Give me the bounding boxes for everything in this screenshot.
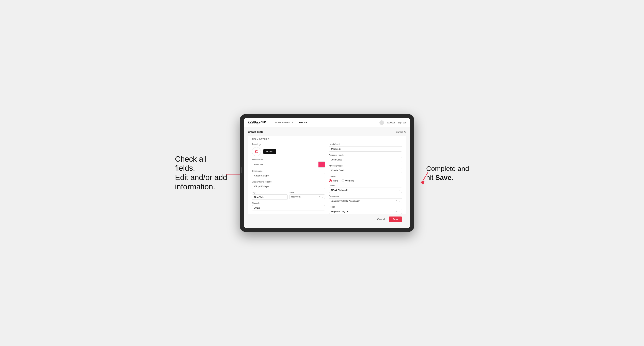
athletic-director-input[interactable] — [329, 168, 402, 173]
division-field: Division NCAA Division III — [329, 184, 402, 193]
annotation-save-bold: Save — [435, 173, 451, 181]
modal-area: Create Team Cancel ✕ TEAM DETAILS Team l… — [244, 127, 410, 228]
team-name-input[interactable] — [252, 173, 325, 178]
conference-value: University Athletic Association — [331, 200, 396, 202]
svg-line-2 — [422, 172, 428, 182]
assistant-coach-field: Assistant Coach — [329, 154, 402, 162]
state-select-wrapper: New York ✕ ⌄ — [289, 194, 325, 199]
region-chevron-icon: ⌄ — [398, 210, 400, 212]
form-section: TEAM DETAILS Team logo C — [248, 136, 406, 214]
team-name-label: Team name — [252, 170, 325, 172]
radio-mens-dot — [329, 179, 332, 182]
display-name-input[interactable] — [252, 184, 325, 189]
tablet-screen: SCOREBOARD Powered by clippd TOURNAMENTS… — [244, 118, 410, 228]
tablet-frame: SCOREBOARD Powered by clippd TOURNAMENTS… — [240, 114, 414, 232]
head-coach-field: Head Coach — [329, 143, 402, 152]
form-left-col: Team logo C Upload Team colo — [252, 143, 325, 214]
cancel-label: Cancel — [396, 131, 403, 133]
nav-tournaments[interactable]: TOURNAMENTS — [272, 118, 296, 127]
annotation-right-line1: Complete and — [426, 165, 469, 173]
team-logo-field: Team logo C Upload — [252, 143, 325, 156]
team-name-field: Team name — [252, 170, 325, 178]
modal-cancel-top[interactable]: Cancel ✕ — [396, 130, 406, 133]
nav-user-area: Test User | Sign out — [380, 120, 406, 125]
division-label: Division — [329, 184, 402, 187]
avatar — [380, 120, 384, 125]
logo-letter: C — [255, 149, 258, 154]
region-select-wrapper: Region II - (M) DIII ✕ ⌄ — [329, 209, 402, 214]
conference-clear-icon[interactable]: ✕ — [396, 199, 397, 202]
sign-out-link[interactable]: Sign out — [398, 121, 406, 124]
state-clear-icon[interactable]: ✕ — [319, 195, 321, 198]
display-name-field: Display name (unique) — [252, 181, 325, 189]
color-swatch[interactable] — [318, 162, 325, 168]
annotation-left: Check all fields. Edit and/or add inform… — [175, 155, 228, 191]
annotation-line1: Check all fields. — [175, 155, 207, 173]
display-name-label: Display name (unique) — [252, 181, 325, 183]
team-colour-label: Team colour — [252, 159, 325, 161]
nav-links: TOURNAMENTS TEAMS — [272, 118, 380, 127]
city-input[interactable] — [252, 194, 288, 200]
region-label: Region — [329, 206, 402, 208]
user-name: Test User | — [386, 121, 396, 124]
gender-label: Gender — [329, 175, 402, 178]
division-select[interactable]: NCAA Division III — [329, 187, 402, 193]
state-label: State — [289, 191, 325, 194]
conference-label: Conference — [329, 195, 402, 197]
state-field: State New York ✕ ⌄ — [289, 191, 325, 200]
city-label: City — [252, 191, 288, 194]
region-field: Region Region II - (M) DIII ✕ ⌄ — [329, 206, 402, 214]
assistant-coach-input[interactable] — [329, 157, 402, 162]
conference-chevron-icon: ⌄ — [398, 200, 400, 202]
gender-womens-label: Womens — [346, 179, 354, 182]
conference-select-wrapper: University Athletic Association ✕ ⌄ — [329, 198, 402, 203]
section-header: TEAM DETAILS — [252, 138, 402, 141]
team-colour-field: Team colour — [252, 159, 325, 168]
logo-title: SCOREBOARD — [248, 121, 266, 123]
upload-button[interactable]: Upload — [263, 149, 276, 154]
zip-input[interactable] — [252, 205, 325, 210]
cancel-button[interactable]: Cancel — [375, 216, 387, 222]
svg-marker-3 — [420, 181, 424, 185]
annotation-line3: information. — [175, 182, 215, 191]
radio-womens-dot — [342, 179, 344, 182]
region-clear-icon[interactable]: ✕ — [396, 210, 397, 213]
save-button[interactable]: Save — [389, 216, 402, 222]
annotation-right: Complete and hit Save. — [426, 164, 469, 182]
head-coach-input[interactable] — [329, 146, 402, 152]
color-text-input[interactable] — [252, 162, 318, 167]
region-value: Region II - (M) DIII — [331, 210, 396, 213]
athletic-director-label: Athletic Director — [329, 165, 402, 167]
state-select[interactable]: New York — [291, 195, 319, 199]
division-select-wrapper: NCAA Division III — [329, 187, 402, 193]
nav-bar: SCOREBOARD Powered by clippd TOURNAMENTS… — [244, 118, 410, 127]
modal-title: Create Team — [248, 130, 264, 133]
tablet-side-button — [242, 167, 242, 173]
zip-label: Zip code — [252, 202, 325, 204]
city-state-field: City State New York — [252, 191, 325, 200]
gender-mens-label: Mens — [333, 179, 338, 182]
color-input-row — [252, 162, 325, 168]
gender-womens-option[interactable]: Womens — [342, 179, 354, 182]
city-field: City — [252, 191, 288, 200]
form-grid: Team logo C Upload Team colo — [252, 143, 402, 214]
head-coach-label: Head Coach — [329, 143, 402, 146]
conference-field: Conference University Athletic Associati… — [329, 195, 402, 203]
athletic-director-field: Athletic Director — [329, 165, 402, 173]
nav-teams[interactable]: TEAMS — [296, 118, 310, 127]
modal-footer: Cancel Save — [248, 214, 406, 225]
gender-field: Gender Mens Womens — [329, 175, 402, 182]
city-state-row: City State New York — [252, 191, 325, 200]
logo-circle: C — [252, 147, 261, 156]
zip-field: Zip code — [252, 202, 325, 210]
close-icon: ✕ — [404, 130, 406, 133]
annotation-line2: Edit and/or add — [175, 173, 227, 182]
team-logo-label: Team logo — [252, 143, 325, 146]
state-chevron-icon: ⌄ — [322, 196, 323, 198]
gender-mens-option[interactable]: Mens — [329, 179, 338, 182]
logo-sub: Powered by clippd — [248, 123, 266, 124]
annotation-right-end: . — [451, 173, 453, 181]
form-right-col: Head Coach Assistant Coach Athletic Dire… — [329, 143, 402, 214]
modal-header: Create Team Cancel ✕ — [248, 130, 406, 133]
assistant-coach-label: Assistant Coach — [329, 154, 402, 156]
